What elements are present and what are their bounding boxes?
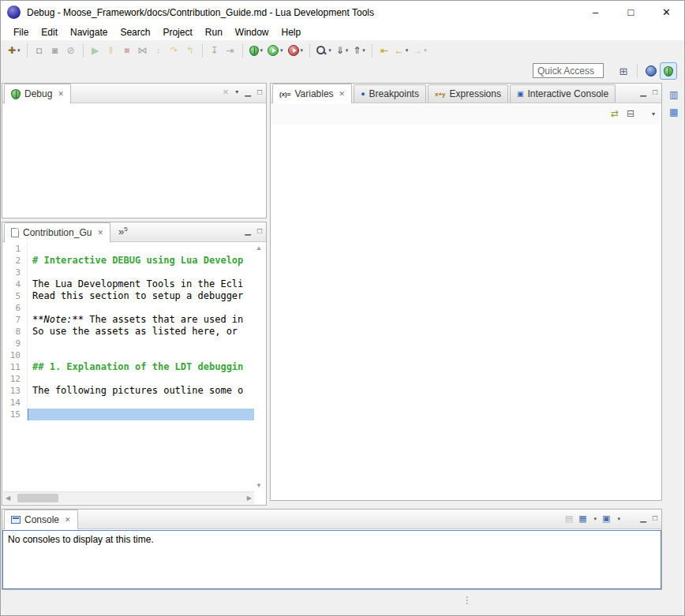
minimize-panel-icon[interactable]: ▁ <box>640 87 646 98</box>
tab-overflow-chevron[interactable]: »5 <box>118 226 128 237</box>
search-button[interactable]: ▾ <box>314 42 334 59</box>
editor-line[interactable]: 12 <box>2 373 254 385</box>
editor-horizontal-scrollbar[interactable]: ◀ ▶ <box>3 491 254 504</box>
view-menu-icon[interactable]: ▾ <box>235 87 238 98</box>
editor-line[interactable]: 10 <box>2 349 254 361</box>
new-wizard-button[interactable]: ✚▾ <box>6 42 23 59</box>
close-icon[interactable]: ✕ <box>97 229 103 237</box>
window-title: Debug - Moose_Framework/docs/Contributio… <box>27 7 374 18</box>
scrollbar-thumb[interactable] <box>17 494 58 502</box>
run-button[interactable]: ▾ <box>265 42 286 59</box>
editor-line[interactable]: 5Read this section to setup a debugger <box>2 290 254 302</box>
editor-line[interactable]: 11## 1. Explanation of the LDT debuggin <box>2 361 254 373</box>
view-menu-icon[interactable]: ▾ <box>652 110 655 118</box>
dropdown-arrow[interactable]: ▾ <box>260 47 264 54</box>
tab-console[interactable]: Console ✕ <box>4 510 78 529</box>
tab-expressions[interactable]: x+yExpressions <box>428 84 508 103</box>
last-edit-location-button[interactable]: ⇤ <box>376 42 392 59</box>
display-selected-console-icon[interactable]: ▦ <box>578 513 586 524</box>
editor-line[interactable]: 6 <box>2 302 254 314</box>
scroll-right-icon[interactable]: ▶ <box>247 495 252 502</box>
dropdown-arrow[interactable]: ▾ <box>346 47 349 54</box>
collapse-all-icon[interactable]: ⊟ <box>627 108 634 119</box>
debug-button[interactable]: ▾ <box>247 42 266 59</box>
minimized-view-icon[interactable]: ▦ <box>669 106 678 118</box>
dropdown-arrow[interactable]: ▾ <box>17 47 21 54</box>
tab-contribution-guide[interactable]: Contribution_Gu ✕ <box>4 222 110 242</box>
dropdown-arrow[interactable]: ▾ <box>301 47 304 54</box>
resume-button: ▶ <box>88 42 103 59</box>
maximize-panel-icon[interactable]: □ <box>257 87 262 98</box>
editor-line[interactable]: 9 <box>2 338 254 349</box>
step-into-button: ↓ <box>151 42 167 59</box>
next-annotation-button[interactable]: ⇓▾ <box>334 42 351 59</box>
menu-file[interactable]: File <box>7 25 35 39</box>
tab-debug[interactable]: Debug ✕ <box>4 84 71 103</box>
close-button[interactable]: ✕ <box>649 1 684 24</box>
editor-panel-header: Contribution_Gu ✕ »5 ▁ □ <box>2 222 266 242</box>
dropdown-arrow[interactable]: ▾ <box>328 47 331 54</box>
editor-line[interactable]: 2# Interactive DEBUG using Lua Develop <box>2 255 254 267</box>
editor-line[interactable]: 14 <box>2 397 254 409</box>
menu-project[interactable]: Project <box>156 25 198 39</box>
close-icon[interactable]: ✕ <box>339 90 346 98</box>
line-number: 4 <box>2 278 28 290</box>
minimize-panel-icon[interactable]: ▁ <box>245 226 251 237</box>
maximize-panel-icon[interactable]: □ <box>257 226 262 237</box>
editor-line[interactable]: 13The following pictures outline some o <box>2 385 254 397</box>
editor-line[interactable]: 15 <box>2 409 254 420</box>
close-icon[interactable]: ✕ <box>58 90 64 98</box>
dropdown-arrow[interactable]: ▾ <box>362 47 365 54</box>
editor-line[interactable]: 1 <box>2 243 254 255</box>
editor-line[interactable]: 7**Note:** The assets that are used in <box>2 314 254 326</box>
tab-overflow-count: 5 <box>124 226 127 233</box>
menu-window[interactable]: Window <box>229 25 275 39</box>
next-annotation-icon: ⇓ <box>336 46 344 55</box>
tab-label: Debug <box>24 88 52 99</box>
maximize-panel-icon[interactable]: □ <box>653 513 657 524</box>
maximize-button[interactable]: □ <box>613 1 649 24</box>
menu-search[interactable]: Search <box>114 25 156 39</box>
menu-edit[interactable]: Edit <box>35 25 64 39</box>
editor-line[interactable]: 8So use the assets as listed here, or <box>2 326 254 338</box>
line-number: 12 <box>2 373 28 385</box>
minimize-button[interactable]: – <box>578 1 613 24</box>
menu-navigate[interactable]: Navigate <box>64 25 114 39</box>
editor-vertical-scrollbar[interactable]: ▲ ▼ <box>254 243 265 491</box>
scroll-down-icon[interactable]: ▼ <box>256 482 262 489</box>
quick-access-input[interactable]: Quick Access <box>533 63 604 78</box>
forward-button: →▾ <box>410 42 429 59</box>
minimize-panel-icon[interactable]: ▁ <box>640 513 646 524</box>
expressions-icon: x+y <box>435 91 446 98</box>
dropdown-arrow[interactable]: ▾ <box>594 516 597 522</box>
maximize-panel-icon[interactable]: □ <box>653 87 657 98</box>
dropdown-arrow[interactable]: ▾ <box>406 47 409 54</box>
minimized-view-restore-icon[interactable]: ▥ <box>669 89 678 100</box>
dropdown-arrow[interactable]: ▾ <box>280 47 283 54</box>
close-icon[interactable]: ✕ <box>65 516 71 524</box>
sash-grip-icon[interactable]: ⋮ <box>462 595 472 606</box>
dropdown-arrow[interactable]: ▾ <box>424 47 427 54</box>
dropdown-arrow[interactable]: ▾ <box>617 516 620 522</box>
editor-line[interactable]: 4The Lua Development Tools in the Ecli <box>2 278 254 290</box>
menu-help[interactable]: Help <box>275 25 308 39</box>
ldt-perspective-button[interactable] <box>642 62 660 80</box>
editor-lines[interactable]: 12# Interactive DEBUG using Lua Develop3… <box>2 243 254 491</box>
editor-line[interactable]: 3 <box>2 267 254 278</box>
debug-perspective-button[interactable] <box>660 62 677 80</box>
tab-breakpoints[interactable]: ●Breakpoints <box>354 84 426 103</box>
minimize-panel-icon[interactable]: ▁ <box>245 87 251 98</box>
tab-interactive-console[interactable]: ▣Interactive Console <box>510 84 616 103</box>
show-logical-structure-icon[interactable]: ⇄ <box>611 108 619 119</box>
scroll-left-icon[interactable]: ◀ <box>6 495 10 502</box>
open-console-dropdown-icon[interactable]: ▣ <box>602 513 610 524</box>
open-perspective-button[interactable]: ⊞ <box>615 62 632 80</box>
back-button[interactable]: ←▾ <box>392 42 411 59</box>
previous-annotation-button[interactable]: ⇑▾ <box>350 42 368 59</box>
tab-variables[interactable]: (x)=Variables✕ <box>272 84 352 103</box>
line-text: ## 1. Explanation of the LDT debuggin <box>28 361 243 373</box>
external-tools-button[interactable]: ▾ <box>286 42 306 59</box>
menu-run[interactable]: Run <box>199 25 229 39</box>
terminate-icon: ■ <box>124 46 129 55</box>
scroll-up-icon[interactable]: ▲ <box>256 245 262 252</box>
